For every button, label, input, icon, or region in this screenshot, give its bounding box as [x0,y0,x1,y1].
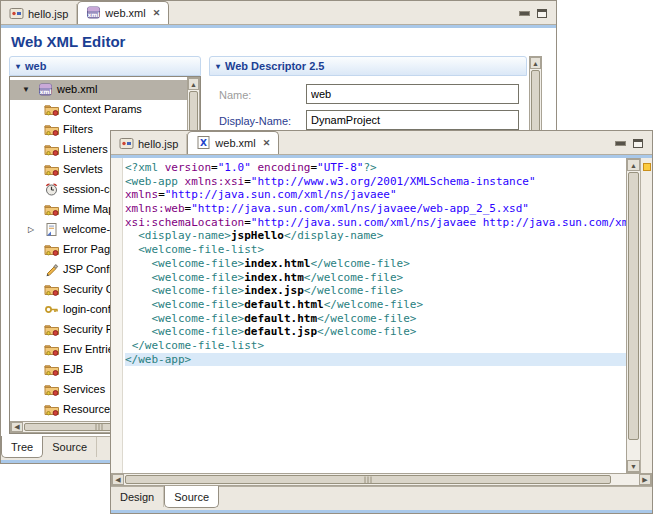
page-icon [44,222,60,238]
folder-icon [44,282,60,298]
tree-item-web-xml[interactable]: ▼xmlweb.xml [10,80,187,100]
tab-label: hello.jsp [28,8,68,20]
key-icon [44,302,60,318]
view-toolbar [519,9,556,24]
tab-tree[interactable]: Tree [1,436,43,458]
code-line[interactable]: xmlns:web="http://java.sun.com/xml/ns/ja… [125,202,626,216]
chevron-down-icon[interactable]: ▾ [16,62,20,71]
code-line[interactable]: <welcome-file-list> [125,243,626,257]
code-line[interactable]: <welcome-file>default.htm</welcome-file> [125,312,626,326]
code-line[interactable]: <welcome-file>default.html</welcome-file… [125,298,626,312]
editor-horizontal-scrollbar[interactable]: ◀ ▶ [111,473,652,486]
editor-vertical-scrollbar[interactable]: ▲ ▼ [626,158,641,473]
tab-label: web.xml [105,7,145,19]
minimize-icon[interactable] [519,11,530,16]
jsp-file-icon [9,6,24,23]
clock-icon [44,182,60,198]
active-editor-highlight [1,25,556,28]
web-xml-file-icon: xml [38,82,54,98]
display-name-field-label: Display-Name: [219,115,291,127]
code-line[interactable]: <display-name>jspHello</display-name> [125,229,626,243]
tab-label: Source [52,441,87,453]
tab-hello-jsp[interactable]: hello.jsp [1,4,77,24]
tab-label: Design [120,491,154,503]
tree-item-label: Listeners [63,143,108,155]
section-title: web [25,60,46,72]
xml-source-editor[interactable]: <?xml version="1.0" encoding="UTF-8"?><w… [111,158,652,473]
xml-file-icon: X [196,135,211,152]
editor-hscroll-thumb[interactable] [125,475,611,484]
tree-item-label: Servlets [63,163,103,175]
tab-web-xml-front[interactable]: X web.xml ✕ [187,131,279,154]
name-field-label: Name: [219,89,251,101]
maximize-icon[interactable] [633,139,643,148]
folder-icon [44,102,60,118]
tab-label: Source [174,491,209,503]
tree-item-context-params[interactable]: Context Params [10,100,187,120]
expander-icon[interactable]: ▷ [28,225,34,234]
folder-icon [44,382,60,398]
folder-icon [44,362,60,378]
code-line[interactable]: <welcome-file>default.jsp</welcome-file> [125,325,626,339]
editor-gutter [111,158,123,473]
front-editor-tab-bar: hello.jsp X web.xml ✕ [111,131,652,155]
tab-hello-jsp-front[interactable]: hello.jsp [111,134,187,154]
name-field[interactable] [306,84,519,104]
web-xml-file-icon: xml [86,5,101,22]
close-icon[interactable]: ✕ [263,138,271,148]
back-editor-tab-bar: hello.jsp xml web.xml ✕ [1,1,556,25]
code-line[interactable]: <welcome-file>index.jsp</welcome-file> [125,284,626,298]
tree-item-label: web.xml [57,83,97,95]
scroll-left-icon[interactable]: ◀ [112,474,124,485]
code-line[interactable]: <welcome-file>index.html</welcome-file> [125,257,626,271]
folder-icon [44,322,60,338]
close-icon[interactable]: ✕ [153,8,161,18]
minimize-icon[interactable] [615,141,626,146]
tree-item-label: Services [63,383,105,395]
svg-text:X: X [200,138,207,148]
svg-text:xml: xml [88,10,100,17]
web-xml-source-window: hello.jsp X web.xml ✕ <?xml version="1.0… [110,130,653,514]
active-editor-highlight [111,510,652,513]
folder-icon [44,162,60,178]
code-line[interactable]: </web-app> [125,353,626,367]
scroll-down-icon[interactable]: ▼ [627,460,640,472]
jsp-file-icon [119,136,134,153]
scroll-up-icon[interactable]: ▲ [188,78,199,90]
tree-item-label: Resources [63,403,116,415]
folder-icon [44,402,60,418]
scroll-left-icon[interactable]: ◀ [11,422,23,432]
tab-label: hello.jsp [138,138,178,150]
code-line[interactable]: <welcome-file>index.htm</welcome-file> [125,271,626,285]
view-toolbar [615,139,652,154]
code-line[interactable]: xmlns="http://java.sun.com/xml/ns/javaee… [125,188,626,202]
tab-source-back[interactable]: Source [43,437,97,457]
scroll-right-icon[interactable]: ▶ [639,474,651,485]
tab-source-front[interactable]: Source [164,486,219,508]
display-name-field[interactable] [306,110,519,130]
code-line[interactable]: xsi:schemaLocation="http://java.sun.com/… [125,216,626,230]
page-title: Web XML Editor [11,33,125,50]
tab-web-xml[interactable]: xml web.xml ✕ [77,1,169,24]
editor-scroll-thumb[interactable] [628,172,639,440]
pencil-icon [44,262,60,278]
code-line[interactable]: </welcome-file-list> [125,339,626,353]
source-code[interactable]: <?xml version="1.0" encoding="UTF-8"?><w… [125,158,626,473]
folder-icon [44,122,60,138]
tab-design[interactable]: Design [111,487,164,507]
tree-item-label: EJB [63,363,83,375]
expander-icon[interactable]: ▼ [22,85,30,94]
section-header-web-descriptor[interactable]: ▾ Web Descriptor 2.5 [209,56,527,76]
code-line[interactable]: <web-app xmlns:xsi="http://www.w3.org/20… [125,175,626,189]
scroll-up-icon[interactable]: ▲ [530,57,541,69]
annotation-marker[interactable] [643,163,651,171]
maximize-icon[interactable] [537,9,547,18]
section-header-web[interactable]: ▾ web [9,56,201,76]
tree-item-label: Filters [63,123,93,135]
folder-icon [44,142,60,158]
tree-item-label: Context Params [63,103,142,115]
chevron-down-icon[interactable]: ▾ [216,62,220,71]
code-line[interactable]: <?xml version="1.0" encoding="UTF-8"?> [125,161,626,175]
scroll-up-icon[interactable]: ▲ [627,159,640,171]
tab-label: Tree [11,441,33,453]
